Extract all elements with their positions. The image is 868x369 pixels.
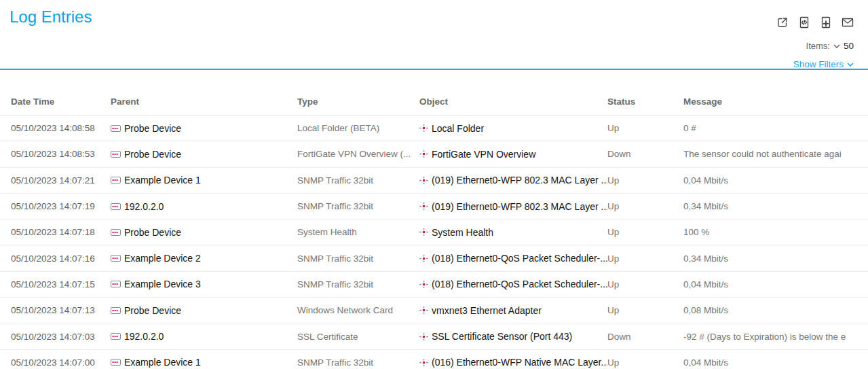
device-icon — [111, 151, 121, 158]
object-sensor-link[interactable]: Local Folder — [419, 123, 607, 134]
cell-date-time: 05/10/2023 14:07:19 — [11, 201, 111, 211]
cell-status: Up — [607, 123, 683, 133]
table-header-row: Date Time Parent Type Object Status Mess… — [0, 70, 868, 116]
show-filters-link[interactable]: Show Filters — [793, 59, 854, 69]
cell-message: 0,34 Mbit/s — [683, 253, 868, 264]
column-header-message: Message — [683, 96, 868, 107]
cell-date-time: 05/10/2023 14:07:00 — [11, 357, 111, 368]
cell-date-time: 05/10/2023 14:07:15 — [11, 279, 111, 289]
cell-type: SNMP Traffic 32bit — [297, 253, 419, 264]
cell-message: The sensor could not authenticate agai — [683, 149, 868, 159]
parent-name: Probe Device — [124, 305, 181, 316]
parent-device-link[interactable]: 192.0.2.0 — [111, 331, 297, 342]
object-name: FortiGate VPN Overview — [432, 149, 535, 160]
device-icon — [111, 177, 121, 183]
parent-device-link[interactable]: Probe Device — [111, 123, 297, 134]
column-header-status: Status — [607, 96, 683, 107]
log-table-row: 05/10/2023 14:07:00 Example Device 1 SNM… — [0, 350, 868, 369]
cell-message: 100 % — [683, 227, 868, 237]
object-name: System Health — [432, 227, 493, 238]
email-icon[interactable] — [842, 16, 854, 29]
object-name: (016) Ethernet0-WFP Native MAC Layer... — [432, 357, 607, 368]
page-title: Log Entries — [10, 7, 92, 27]
sensor-icon — [419, 124, 428, 133]
cell-date-time: 05/10/2023 14:07:16 — [11, 253, 111, 264]
object-name: (018) Ethernet0-QoS Packet Scheduler-... — [432, 279, 607, 289]
log-table-row: 05/10/2023 14:07:13 Probe Device Windows… — [0, 298, 868, 323]
cell-status: Up — [607, 357, 683, 368]
device-icon — [111, 203, 121, 210]
sensor-icon — [419, 306, 428, 315]
object-name: SSL Certificate Sensor (Port 443) — [432, 331, 572, 342]
object-sensor-link[interactable]: (018) Ethernet0-QoS Packet Scheduler-... — [419, 253, 607, 264]
parent-device-link[interactable]: Example Device 3 — [111, 279, 297, 289]
sensor-icon — [419, 280, 428, 289]
parent-device-link[interactable]: Probe Device — [111, 149, 297, 160]
cell-type: Windows Network Card — [297, 305, 419, 315]
cell-status: Up — [607, 305, 683, 315]
file-code-icon[interactable] — [798, 16, 810, 29]
cell-type: SNMP Traffic 32bit — [297, 201, 419, 211]
cell-message: 0,04 Mbit/s — [683, 357, 868, 368]
parent-device-link[interactable]: Probe Device — [111, 305, 297, 316]
parent-device-link[interactable]: 192.0.2.0 — [111, 201, 297, 212]
parent-name: 192.0.2.0 — [124, 331, 164, 342]
object-sensor-link[interactable]: FortiGate VPN Overview — [419, 149, 607, 160]
device-icon — [111, 281, 121, 287]
log-table-row: 05/10/2023 14:07:03 192.0.2.0 SSL Certif… — [0, 323, 868, 349]
items-count[interactable]: 50 — [844, 41, 854, 51]
object-sensor-link[interactable]: System Health — [419, 227, 607, 238]
cell-type: System Health — [297, 227, 419, 237]
cell-status: Down — [607, 149, 683, 159]
device-icon — [111, 307, 121, 314]
cell-message: 0,04 Mbit/s — [683, 279, 868, 289]
device-icon — [111, 359, 121, 366]
parent-name: Probe Device — [124, 149, 181, 160]
object-name: (019) Ethernet0-WFP 802.3 MAC Layer ... — [432, 175, 607, 186]
cell-date-time: 05/10/2023 14:07:18 — [11, 227, 111, 237]
object-name: (019) Ethernet0-WFP 802.3 MAC Layer ... — [432, 201, 607, 212]
file-add-icon[interactable] — [820, 16, 832, 29]
cell-type: Local Folder (BETA) — [297, 123, 419, 133]
parent-name: Probe Device — [124, 227, 181, 238]
log-table-row: 05/10/2023 14:08:58 Probe Device Local F… — [0, 116, 868, 141]
object-sensor-link[interactable]: (019) Ethernet0-WFP 802.3 MAC Layer ... — [419, 201, 607, 212]
cell-status: Up — [607, 279, 683, 289]
cell-date-time: 05/10/2023 14:07:03 — [11, 332, 111, 342]
object-name: (018) Ethernet0-QoS Packet Scheduler-... — [432, 253, 607, 264]
cell-date-time: 05/10/2023 14:08:58 — [11, 123, 111, 133]
object-sensor-link[interactable]: (016) Ethernet0-WFP Native MAC Layer... — [419, 357, 607, 368]
sensor-icon — [419, 202, 428, 211]
external-link-icon[interactable] — [776, 16, 789, 29]
parent-name: Probe Device — [124, 123, 181, 134]
cell-status: Up — [607, 253, 683, 264]
cell-status: Up — [607, 201, 683, 211]
object-sensor-link[interactable]: (019) Ethernet0-WFP 802.3 MAC Layer ... — [419, 175, 607, 186]
cell-type: FortiGate VPN Overview (... — [297, 149, 419, 159]
object-sensor-link[interactable]: SSL Certificate Sensor (Port 443) — [419, 331, 607, 342]
show-filters-label: Show Filters — [793, 59, 844, 69]
log-table-row: 05/10/2023 14:08:53 Probe Device FortiGa… — [0, 141, 868, 167]
cell-message: -92 # (Days to Expiration) is below the … — [683, 332, 868, 342]
parent-device-link[interactable]: Example Device 1 — [111, 357, 297, 368]
cell-type: SNMP Traffic 32bit — [297, 279, 419, 289]
object-sensor-link[interactable]: vmxnet3 Ethernet Adapter — [419, 305, 607, 316]
column-header-type: Type — [297, 96, 419, 107]
sensor-icon — [419, 358, 428, 367]
parent-device-link[interactable]: Example Device 2 — [111, 253, 297, 264]
parent-device-link[interactable]: Probe Device — [111, 227, 297, 238]
cell-status: Down — [607, 332, 683, 342]
cell-status: Up — [607, 227, 683, 237]
chevron-down-icon[interactable] — [833, 44, 840, 48]
sensor-icon — [419, 332, 428, 341]
parent-name: Example Device 1 — [124, 357, 201, 368]
sensor-icon — [419, 150, 428, 158]
parent-name: Example Device 3 — [124, 279, 201, 289]
object-sensor-link[interactable]: (018) Ethernet0-QoS Packet Scheduler-... — [419, 279, 607, 289]
device-icon — [111, 229, 121, 236]
sensor-icon — [419, 228, 428, 236]
items-control: Items: 50 — [806, 41, 854, 51]
cell-message: 0,34 Mbit/s — [683, 201, 868, 211]
sensor-icon — [419, 176, 428, 185]
parent-device-link[interactable]: Example Device 1 — [111, 175, 297, 186]
